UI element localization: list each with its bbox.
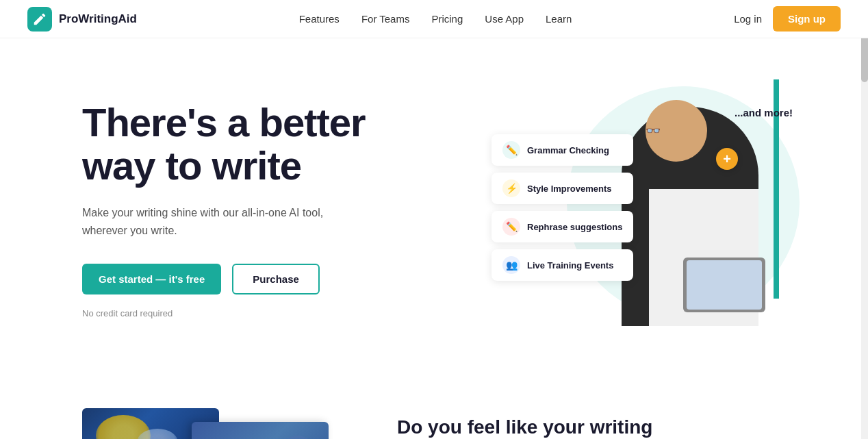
feature-card-training: 👥 Live Training Events [492,249,633,281]
feature-card-training-label: Live Training Events [527,260,613,271]
logo-icon [27,7,52,32]
second-headline: Do you feel like your writing lets you d… [397,415,685,439]
feature-card-rephrase: ✏️ Rephrase suggestions [492,211,633,242]
circle-3 [281,436,315,439]
rephrase-icon: ✏️ [502,218,520,236]
painting-circles [199,432,322,439]
no-credit-text: No credit card required [82,308,366,318]
nav-item-features[interactable]: Features [299,13,340,25]
nav-links: Features For Teams Pricing Use App Learn [299,13,572,25]
painting-overlay [192,422,329,439]
style-icon: ⚡ [502,179,520,197]
nav-item-learn[interactable]: Learn [546,13,572,25]
brand-logo[interactable]: ProWritingAid [27,7,137,32]
hero-subtext: Make your writing shine with our all-in-… [82,204,356,239]
logo-svg [32,12,47,27]
navbar: ProWritingAid Features For Teams Pricing… [0,0,868,38]
brand-name: ProWritingAid [59,12,137,26]
login-button[interactable]: Log in [734,13,762,25]
hero-section: There's a better way to write Make your … [0,38,868,381]
second-section: My idea in my head Do you feel like your… [0,381,868,439]
feature-card-grammar-label: Grammar Checking [527,145,609,155]
person-glasses: 👓 [646,123,661,138]
feature-card-rephrase-label: Rephrase suggestions [527,222,622,232]
feature-card-style-label: Style Improvements [527,184,612,194]
nav-item-for-teams[interactable]: For Teams [361,13,410,25]
page-wrapper: ProWritingAid Features For Teams Pricing… [0,0,868,439]
laptop-screen [687,260,762,310]
training-icon: 👥 [502,256,520,274]
laptop [683,258,765,312]
nav-item-use-app[interactable]: Use App [485,13,524,25]
nav-link-for-teams[interactable]: For Teams [361,13,410,25]
nav-item-pricing[interactable]: Pricing [431,13,463,25]
hero-headline-line1: There's a better [82,100,366,145]
hero-buttons: Get started — it's free Purchase [82,264,366,294]
grammar-icon: ✏️ [502,141,520,159]
hero-right: ✏️ Grammar Checking ⚡ Style Improvements… [485,79,813,340]
feature-card-style: ⚡ Style Improvements [492,173,633,204]
and-more-label: ...and more! [735,107,793,118]
scrollbar[interactable] [861,0,868,439]
get-started-button[interactable]: Get started — it's free [82,264,221,294]
hero-headline: There's a better way to write [82,101,366,188]
plus-badge: + [716,148,738,170]
nav-link-features[interactable]: Features [299,13,340,25]
feature-card-grammar: ✏️ Grammar Checking [492,134,633,166]
nav-link-pricing[interactable]: Pricing [431,13,463,25]
hero-left: There's a better way to write Make your … [82,101,366,319]
nav-actions: Log in Sign up [734,6,841,32]
second-section-left: My idea in my head [82,408,342,439]
hero-headline-line2: way to write [82,143,301,188]
second-section-right: Do you feel like your writing lets you d… [397,408,685,439]
feature-cards: ✏️ Grammar Checking ⚡ Style Improvements… [492,134,633,281]
nav-link-learn[interactable]: Learn [546,13,572,25]
purchase-button[interactable]: Purchase [232,264,320,294]
nav-link-use-app[interactable]: Use App [485,13,524,25]
painting-container: My idea in my head [82,408,335,439]
signup-button[interactable]: Sign up [773,6,841,32]
